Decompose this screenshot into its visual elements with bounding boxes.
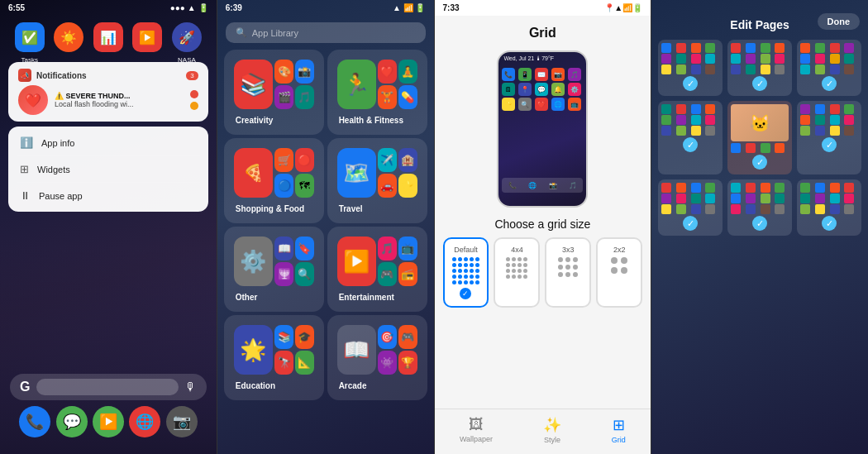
default-check: ✓ (460, 288, 471, 299)
dock-play[interactable]: ▶️ (93, 406, 124, 437)
status-bar-2: 6:39 ▲ 📶 🔋 (217, 0, 434, 16)
page-thumb-9[interactable]: ✓ (797, 179, 861, 236)
status-icons-1: ●●● ▲ 🔋 (170, 3, 208, 12)
cat-other-small: 📖 🔖 🕎 🔍 (274, 237, 313, 286)
page-check-7[interactable]: ✓ (683, 216, 698, 231)
ctx-pause[interactable]: ⏸ Pause app (8, 183, 208, 208)
ctx-pause-label: Pause app (39, 191, 83, 201)
page-thumb-4[interactable]: ✓ (658, 101, 723, 174)
grid-option-2x2[interactable]: 2x2 (596, 237, 642, 308)
notif-alert: ⚠️ SEVERE THUND... (55, 92, 131, 100)
category-other[interactable]: ⚙️ 📖 🔖 🕎 🔍 Other (224, 227, 324, 312)
page-check-4[interactable]: ✓ (683, 137, 698, 152)
ctx-widgets[interactable]: ⊞ Widgets (8, 156, 208, 182)
page-check-9[interactable]: ✓ (822, 216, 837, 231)
page-icons-6 (800, 104, 858, 136)
cat-health-label: Health & Fitness (332, 114, 422, 130)
page-thumb-6[interactable]: ✓ (797, 101, 861, 174)
grid-icon: ⊞ (613, 416, 625, 434)
page-icons-9 (800, 183, 858, 214)
cat-other-big: ⚙️ (234, 237, 273, 286)
app-icon-tasks[interactable]: ✅ Tasks (15, 22, 45, 52)
page-thumb-5[interactable]: 🐱 ✓ (727, 101, 792, 174)
grid-3x3-label: 3x3 (562, 246, 575, 254)
page-icons-7 (661, 183, 719, 214)
cat-education-layout: 🌟 📚 🎓 🔭 📐 (229, 320, 319, 380)
done-button[interactable]: Done (818, 13, 861, 30)
grid-default-dots (452, 257, 479, 284)
tab-style[interactable]: ✨ Style (543, 416, 561, 444)
category-arcade[interactable]: 📖 🎯 🎮 👾 🏆 Arcade (327, 315, 427, 400)
style-icon: ✨ (543, 416, 561, 434)
dock-phone[interactable]: 📞 (19, 406, 50, 437)
category-creativity[interactable]: 📚 🎨 📸 🎬 🎵 Creativity (224, 50, 324, 135)
page-thumb-1[interactable]: ✓ (658, 40, 723, 96)
cat-arcade-big: 📖 (337, 325, 376, 375)
page-check-2[interactable]: ✓ (752, 76, 767, 91)
notification-card[interactable]: 📣 Notifications 3 ❤️ ⚠️ SEVERE THUND... … (8, 62, 208, 122)
page-check-8[interactable]: ✓ (752, 216, 767, 231)
page-thumb-8[interactable]: ✓ (727, 179, 792, 236)
page-check-1[interactable]: ✓ (683, 76, 698, 91)
android-dock: 📞 💬 ▶️ 🌐 📷 (0, 406, 217, 437)
category-education[interactable]: 🌟 📚 🎓 🔭 📐 Education (224, 315, 324, 400)
choose-grid-title: Choose a grid size (435, 217, 651, 231)
cat-arcade-label: Arcade (332, 380, 422, 395)
preview-icons: 📞 📱 ✉️ 📷 🎵 🗓 📍 💬 🔔 ⚙️ ⭐ 🔍 ❤️ 🌐 📺 (498, 65, 586, 114)
dock-messages[interactable]: 💬 (56, 406, 88, 437)
app-library-categories: 📚 🎨 📸 🎬 🎵 Creativity 🏃 ❤️ 🧘 (217, 50, 434, 400)
page-check-3[interactable]: ✓ (822, 76, 837, 91)
category-entertainment[interactable]: ▶️ 🎵 📺 🎮 📻 Entertainment (327, 227, 427, 312)
cat-other-label: Other (229, 291, 319, 307)
app-icon-chart[interactable]: 📊 (93, 22, 123, 52)
page-check-6[interactable]: ✓ (822, 137, 837, 152)
tab-grid[interactable]: ⊞ Grid (612, 416, 626, 444)
cat-shopping-label: Shopping & Food (229, 203, 319, 218)
cat-shopping-small: 🛒 🔴 🔵 🗺 (274, 148, 313, 198)
pages-grid: ✓ ✓ ✓ (651, 36, 868, 239)
page-thumb-3[interactable]: ✓ (797, 40, 861, 96)
status-icons-2: ▲ 📶 🔋 (393, 3, 425, 12)
top-app-icons: ✅ Tasks ☀️ 📊 ▶️ 🚀 NASA (0, 16, 217, 59)
grid-option-4x4[interactable]: 4x4 (494, 237, 540, 308)
category-travel[interactable]: 🗺️ ✈️ 🏨 🚗 ⭐ Travel (327, 138, 427, 223)
cat-creativity-label: Creativity (229, 114, 319, 130)
cat-entertainment-layout: ▶️ 🎵 📺 🎮 📻 (332, 232, 422, 291)
android-search-bar[interactable]: G 🎙 (10, 374, 207, 400)
dock-chrome[interactable]: 🌐 (129, 406, 160, 437)
preview-dock: 📞 🌐 📸 🎵 (502, 178, 583, 193)
context-menu: ℹ️ App info ⊞ Widgets ⏸ Pause app (8, 127, 208, 212)
page-thumb-7[interactable]: ✓ (658, 179, 723, 236)
cat-creativity-big: 📚 (234, 60, 273, 109)
search-bar-input[interactable] (36, 379, 178, 395)
notif-header: 📣 Notifications 3 (18, 69, 198, 82)
app-icon-sun[interactable]: ☀️ (54, 22, 83, 52)
phone-3-grid-chooser: 7:33 📍▲📶🔋 Grid Wed, Jul 21 🌡79°F 📞 📱 ✉️ … (435, 0, 652, 454)
status-icons-3: 📍▲📶🔋 (604, 3, 642, 12)
phone-4-edit-pages: Done Edit Pages ✓ ✓ (651, 0, 868, 454)
grid-option-3x3[interactable]: 3x3 (545, 237, 591, 308)
phone-preview-container: Wed, Jul 21 🌡79°F 📞 📱 ✉️ 📷 🎵 🗓 📍 💬 🔔 ⚙️ … (435, 50, 651, 208)
cat-arcade-layout: 📖 🎯 🎮 👾 🏆 (332, 320, 422, 380)
ctx-app-info[interactable]: ℹ️ App info (8, 130, 208, 155)
category-health[interactable]: 🏃 ❤️ 🧘 🏋️ 💊 Health & Fitness (327, 50, 427, 135)
search-icon: 🔍 (236, 27, 247, 38)
tab-grid-label: Grid (612, 436, 626, 444)
page-icons-3 (800, 43, 858, 74)
category-shopping[interactable]: 🍕 🛒 🔴 🔵 🗺 Shopping & Food (224, 138, 324, 223)
cat-creativity-small: 🎨 📸 🎬 🎵 (274, 60, 313, 109)
app-icon-play[interactable]: ▶️ (132, 22, 162, 52)
dock-camera[interactable]: 📷 (166, 406, 198, 437)
page-check-5[interactable]: ✓ (752, 155, 767, 170)
cat-entertainment-big: ▶️ (337, 237, 376, 286)
app-library-search[interactable]: 🔍 App Library (226, 22, 426, 43)
app-icon-nasa[interactable]: 🚀 NASA (172, 22, 202, 52)
grid-option-default[interactable]: Default ✓ (443, 237, 489, 308)
time-2: 6:39 (226, 3, 242, 12)
page-thumb-2[interactable]: ✓ (727, 40, 792, 96)
widgets-icon: ⊞ (20, 163, 29, 175)
cat-entertainment-small: 🎵 📺 🎮 📻 (378, 237, 417, 286)
notif-app-icon: 📣 (18, 69, 31, 82)
info-icon: ℹ️ (20, 136, 33, 149)
tab-wallpaper[interactable]: 🖼 Wallpaper (460, 416, 493, 444)
